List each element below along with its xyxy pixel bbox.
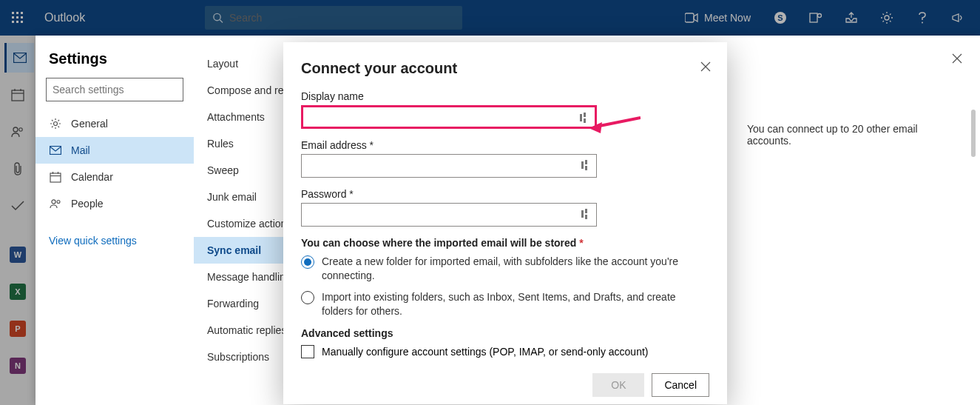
gear-icon: [50, 118, 61, 130]
svg-rect-44: [585, 166, 587, 170]
radio-create-new-folder[interactable]: Create a new folder for imported email, …: [301, 255, 709, 283]
svg-rect-45: [581, 210, 584, 218]
password-field-wrapper: [301, 203, 597, 227]
settings-cat-general[interactable]: General: [36, 110, 194, 137]
svg-rect-40: [584, 113, 586, 117]
svg-rect-41: [584, 118, 586, 123]
svg-rect-39: [580, 114, 582, 121]
connect-account-dialog: Connect your account Display name Email …: [283, 42, 727, 404]
svg-rect-42: [581, 161, 584, 169]
settings-search-input[interactable]: [53, 84, 182, 96]
settings-cat-label: Mail: [71, 144, 90, 156]
cancel-button[interactable]: Cancel: [652, 373, 709, 397]
settings-cat-label: People: [71, 198, 104, 210]
svg-point-27: [54, 122, 58, 126]
settings-scrollbar-thumb[interactable]: [971, 110, 976, 157]
annotation-arrow: [589, 113, 641, 135]
autofill-icon[interactable]: [580, 113, 589, 123]
settings-cat-calendar[interactable]: Calendar: [36, 164, 194, 190]
people-icon: [50, 198, 61, 210]
display-name-input[interactable]: [308, 111, 590, 123]
svg-rect-46: [585, 209, 587, 213]
autofill-icon[interactable]: [581, 209, 590, 219]
dialog-title: Connect your account: [301, 60, 709, 77]
ok-button[interactable]: OK: [592, 373, 644, 397]
required-asterisk: *: [579, 237, 583, 249]
view-quick-settings-link[interactable]: View quick settings: [36, 224, 150, 257]
checkbox-label: Manually configure account settings (POP…: [322, 346, 649, 358]
close-icon: [952, 53, 962, 64]
svg-rect-29: [50, 173, 61, 182]
radio-label: Import into existing folders, such as In…: [322, 290, 709, 318]
sync-email-description: You can connect up to 20 other email acc…: [747, 123, 959, 147]
display-name-label: Display name: [301, 90, 709, 102]
password-input[interactable]: [306, 209, 592, 221]
settings-cat-label: Calendar: [71, 171, 113, 183]
advanced-section-label: Advanced settings: [301, 327, 709, 339]
calendar-icon: [50, 171, 61, 183]
password-label: Password *: [301, 188, 709, 200]
settings-cat-mail[interactable]: Mail: [36, 137, 194, 164]
radio-icon: [301, 291, 314, 304]
svg-point-34: [57, 201, 60, 204]
display-name-field-wrapper: [301, 105, 597, 129]
checkbox-icon: [301, 345, 314, 358]
svg-rect-43: [585, 160, 587, 164]
email-field-wrapper: [301, 154, 597, 178]
radio-import-existing[interactable]: Import into existing folders, such as In…: [301, 290, 709, 318]
settings-cat-people[interactable]: People: [36, 190, 194, 217]
close-icon: [700, 61, 711, 72]
storage-section-label: You can choose where the imported email …: [301, 237, 709, 249]
autofill-icon[interactable]: [581, 160, 590, 170]
mail-icon: [50, 146, 61, 155]
dialog-button-row: OK Cancel: [592, 373, 709, 397]
settings-title: Settings: [36, 50, 194, 78]
checkbox-manual-config[interactable]: Manually configure account settings (POP…: [301, 345, 709, 358]
radio-icon: [301, 255, 314, 269]
dialog-close-button[interactable]: [700, 61, 711, 72]
settings-close-button[interactable]: [952, 53, 962, 64]
storage-section-text: You can choose where the imported email …: [301, 237, 576, 249]
settings-search[interactable]: [46, 78, 183, 101]
email-label: Email address *: [301, 139, 709, 151]
svg-rect-47: [585, 215, 587, 219]
svg-point-33: [52, 200, 55, 204]
email-input[interactable]: [306, 160, 592, 172]
radio-label: Create a new folder for imported email, …: [322, 255, 709, 283]
settings-cat-label: General: [71, 118, 108, 130]
settings-categories-column: Settings General Mail Calendar People Vi…: [36, 36, 194, 405]
